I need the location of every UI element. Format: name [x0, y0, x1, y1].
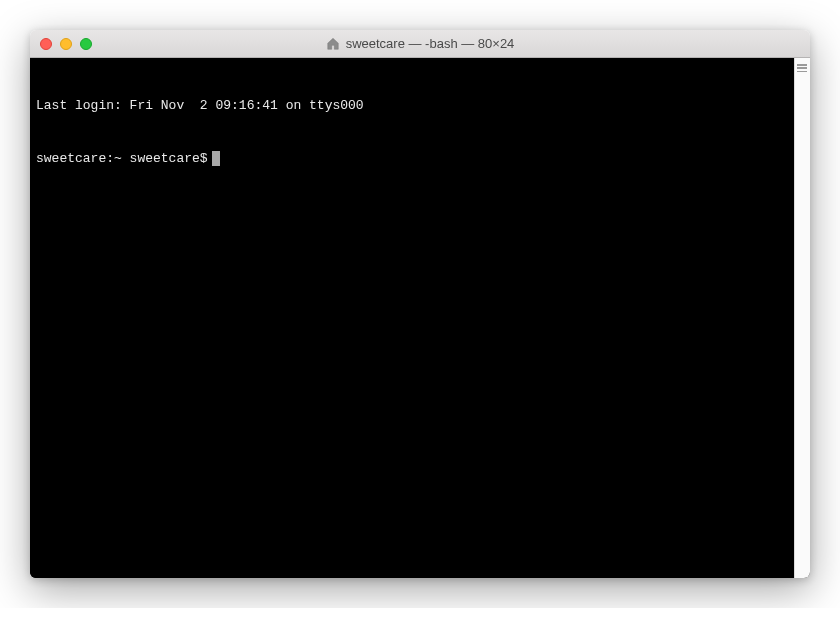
- cursor: [212, 151, 220, 166]
- terminal-content[interactable]: Last login: Fri Nov 2 09:16:41 on ttys00…: [30, 58, 794, 578]
- home-icon: [326, 37, 340, 51]
- terminal-window: sweetcare — -bash — 80×24 Last login: Fr…: [30, 30, 810, 578]
- titlebar[interactable]: sweetcare — -bash — 80×24: [30, 30, 810, 58]
- scrollbar[interactable]: [794, 58, 810, 578]
- prompt-text: sweetcare:~ sweetcare$: [36, 150, 208, 168]
- window-title: sweetcare — -bash — 80×24: [30, 36, 810, 51]
- prompt-line: sweetcare:~ sweetcare$: [36, 150, 788, 168]
- minimize-button[interactable]: [60, 38, 72, 50]
- terminal-area: Last login: Fri Nov 2 09:16:41 on ttys00…: [30, 58, 810, 578]
- window-title-text: sweetcare — -bash — 80×24: [346, 36, 515, 51]
- close-button[interactable]: [40, 38, 52, 50]
- scrollbar-grip-icon: [797, 64, 807, 72]
- maximize-button[interactable]: [80, 38, 92, 50]
- traffic-lights: [30, 38, 92, 50]
- last-login-line: Last login: Fri Nov 2 09:16:41 on ttys00…: [36, 97, 788, 115]
